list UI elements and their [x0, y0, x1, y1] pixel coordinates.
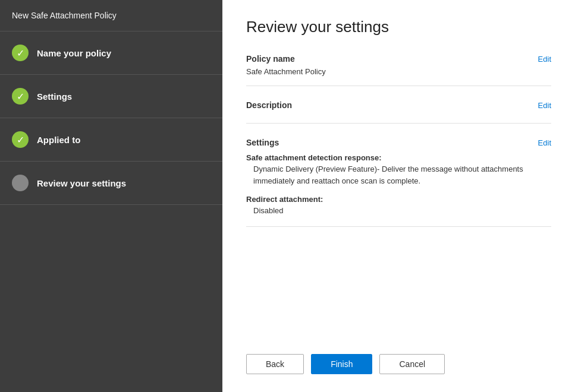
policy-name-section: Policy name Edit Safe Attachment Policy — [246, 54, 551, 86]
settings-section: Settings Edit Safe attachment detection … — [246, 138, 551, 227]
check-icon-settings: ✓ — [12, 88, 29, 105]
settings-edit[interactable]: Edit — [538, 138, 551, 147]
sidebar: New Safe Attachment Policy ✓ Name your p… — [0, 0, 222, 392]
sidebar-item-review[interactable]: Review your settings — [0, 162, 222, 205]
sidebar-label-settings: Settings — [37, 91, 72, 102]
detection-response-value: Dynamic Delivery (Preview Feature)- Deli… — [253, 163, 551, 186]
sidebar-label-review: Review your settings — [37, 178, 126, 188]
redirect-value: Disabled — [253, 205, 551, 217]
policy-name-header: Policy name Edit — [246, 54, 551, 64]
policy-name-value: Safe Attachment Policy — [246, 67, 551, 76]
circle-icon-review — [12, 175, 29, 191]
policy-name-label: Policy name — [246, 54, 295, 64]
sidebar-label-name: Name your policy — [37, 48, 111, 58]
description-edit[interactable]: Edit — [538, 101, 551, 110]
settings-block: Safe attachment detection response: Dyna… — [246, 153, 551, 217]
main-content: Review your settings Policy name Edit Sa… — [222, 0, 575, 392]
sidebar-label-applied: Applied to — [37, 135, 80, 145]
check-icon-applied: ✓ — [12, 131, 29, 148]
button-bar: Back Finish Cancel — [246, 336, 551, 374]
sidebar-item-applied-to[interactable]: ✓ Applied to — [0, 118, 222, 162]
detection-response-label: Safe attachment detection response: — [246, 153, 551, 162]
settings-label: Settings — [246, 138, 279, 147]
finish-button[interactable]: Finish — [311, 354, 372, 374]
sidebar-item-name-your-policy[interactable]: ✓ Name your policy — [0, 31, 222, 75]
description-header: Description Edit — [246, 100, 551, 110]
settings-header: Settings Edit — [246, 138, 551, 147]
back-button[interactable]: Back — [246, 354, 304, 374]
check-icon-name: ✓ — [12, 45, 29, 61]
policy-name-edit[interactable]: Edit — [538, 55, 551, 64]
description-label: Description — [246, 100, 292, 110]
page-title: Review your settings — [246, 18, 551, 36]
description-section: Description Edit — [246, 100, 551, 124]
cancel-button[interactable]: Cancel — [379, 354, 445, 374]
sidebar-item-settings[interactable]: ✓ Settings — [0, 75, 222, 118]
redirect-label: Redirect attachment: — [246, 195, 551, 204]
sidebar-title: New Safe Attachment Policy — [0, 0, 222, 31]
